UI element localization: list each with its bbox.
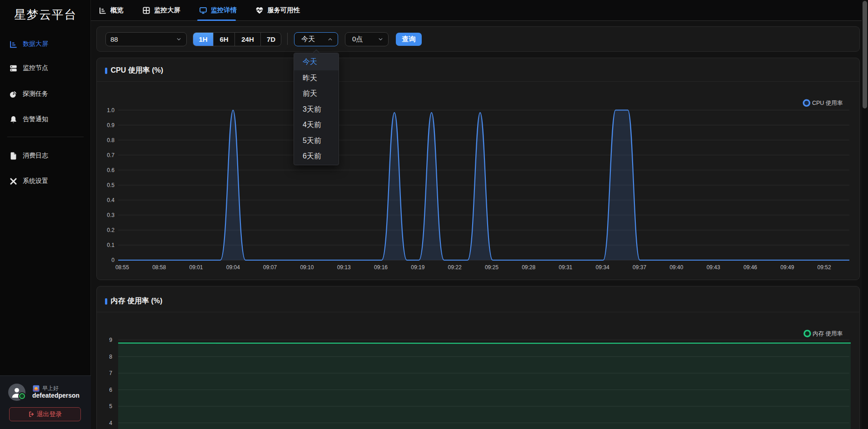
svg-text:0.4: 0.4 <box>107 197 115 203</box>
svg-text:内存 使用率: 内存 使用率 <box>813 330 843 337</box>
svg-text:09:10: 09:10 <box>300 264 314 271</box>
svg-text:4: 4 <box>109 420 112 426</box>
svg-text:09:04: 09:04 <box>226 264 240 271</box>
svg-text:0.2: 0.2 <box>107 227 115 233</box>
svg-text:09:22: 09:22 <box>448 264 462 271</box>
svg-text:09:31: 09:31 <box>559 264 572 271</box>
svg-text:1.0: 1.0 <box>107 107 115 113</box>
svg-text:7: 7 <box>109 370 112 376</box>
svg-text:5: 5 <box>109 403 112 409</box>
svg-text:08:58: 08:58 <box>152 264 166 271</box>
svg-text:09:01: 09:01 <box>189 264 203 271</box>
svg-text:09:40: 09:40 <box>669 264 683 271</box>
svg-text:0.6: 0.6 <box>107 167 115 173</box>
svg-text:09:25: 09:25 <box>485 264 499 271</box>
svg-text:0.7: 0.7 <box>107 152 115 158</box>
svg-text:09:34: 09:34 <box>596 264 609 271</box>
svg-text:8: 8 <box>109 354 112 360</box>
svg-text:0.3: 0.3 <box>107 212 115 218</box>
svg-text:0: 0 <box>111 257 115 263</box>
svg-text:09:37: 09:37 <box>633 264 646 271</box>
svg-text:0.5: 0.5 <box>107 182 115 188</box>
svg-text:0.9: 0.9 <box>107 122 115 128</box>
svg-text:9: 9 <box>109 337 112 343</box>
svg-text:09:52: 09:52 <box>818 264 831 271</box>
svg-text:09:49: 09:49 <box>780 264 794 271</box>
svg-text:CPU 使用率: CPU 使用率 <box>812 100 843 106</box>
svg-text:0.8: 0.8 <box>107 137 115 143</box>
svg-text:09:13: 09:13 <box>337 264 351 271</box>
svg-text:08:55: 08:55 <box>115 264 129 271</box>
svg-text:6: 6 <box>109 387 112 393</box>
svg-text:09:43: 09:43 <box>707 264 720 271</box>
svg-text:09:46: 09:46 <box>743 264 757 271</box>
svg-text:09:07: 09:07 <box>263 264 277 271</box>
svg-text:0.1: 0.1 <box>107 242 115 248</box>
svg-text:09:16: 09:16 <box>374 264 388 271</box>
svg-text:09:28: 09:28 <box>522 264 535 271</box>
svg-text:09:19: 09:19 <box>411 264 424 271</box>
